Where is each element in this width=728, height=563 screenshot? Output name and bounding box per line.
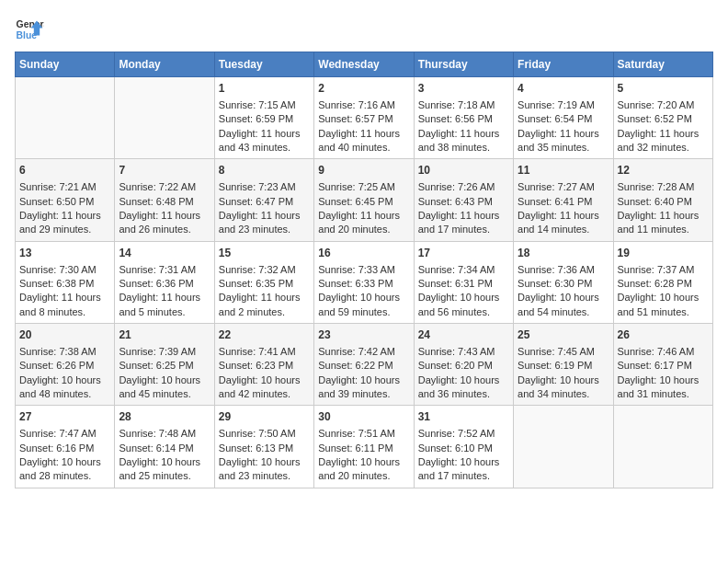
daylight-text: Daylight: 10 hours and 59 minutes. xyxy=(318,291,409,319)
col-header-sunday: Sunday xyxy=(16,52,115,77)
day-cell: 23Sunrise: 7:42 AMSunset: 6:22 PMDayligh… xyxy=(314,324,414,406)
week-row-5: 27Sunrise: 7:47 AMSunset: 6:16 PMDayligh… xyxy=(16,406,713,488)
sunrise-text: Sunrise: 7:45 AM xyxy=(518,345,609,359)
daylight-text: Daylight: 10 hours and 48 minutes. xyxy=(19,373,110,402)
day-number: 18 xyxy=(518,246,609,261)
day-number: 21 xyxy=(119,327,210,343)
day-number: 24 xyxy=(418,327,509,343)
sunset-text: Sunset: 6:48 PM xyxy=(119,195,210,209)
day-cell: 11Sunrise: 7:27 AMSunset: 6:41 PMDayligh… xyxy=(514,159,613,241)
sunset-text: Sunset: 6:47 PM xyxy=(219,195,310,209)
week-row-2: 6Sunrise: 7:21 AMSunset: 6:50 PMDaylight… xyxy=(16,159,713,241)
day-cell: 7Sunrise: 7:22 AMSunset: 6:48 PMDaylight… xyxy=(115,159,214,241)
day-number: 2 xyxy=(318,81,409,97)
daylight-text: Daylight: 10 hours and 23 minutes. xyxy=(219,455,310,484)
day-number: 23 xyxy=(318,327,409,343)
day-cell: 6Sunrise: 7:21 AMSunset: 6:50 PMDaylight… xyxy=(16,159,115,241)
daylight-text: Daylight: 10 hours and 28 minutes. xyxy=(19,455,110,484)
sunrise-text: Sunrise: 7:37 AM xyxy=(618,263,709,277)
sunrise-text: Sunrise: 7:34 AM xyxy=(418,263,509,277)
daylight-text: Daylight: 11 hours and 32 minutes. xyxy=(618,127,709,155)
week-row-1: 1Sunrise: 7:15 AMSunset: 6:59 PMDaylight… xyxy=(16,77,713,159)
daylight-text: Daylight: 10 hours and 34 minutes. xyxy=(518,373,609,402)
day-number: 31 xyxy=(418,409,509,425)
col-header-wednesday: Wednesday xyxy=(314,52,414,77)
day-cell: 20Sunrise: 7:38 AMSunset: 6:26 PMDayligh… xyxy=(16,324,115,406)
day-cell: 21Sunrise: 7:39 AMSunset: 6:25 PMDayligh… xyxy=(115,324,214,406)
sunrise-text: Sunrise: 7:39 AM xyxy=(119,345,210,359)
sunset-text: Sunset: 6:36 PM xyxy=(119,277,210,291)
col-header-thursday: Thursday xyxy=(414,52,513,77)
sunset-text: Sunset: 6:11 PM xyxy=(318,442,409,455)
day-cell: 9Sunrise: 7:25 AMSunset: 6:45 PMDaylight… xyxy=(314,159,414,241)
logo: General Blue xyxy=(15,15,44,44)
daylight-text: Daylight: 10 hours and 39 minutes. xyxy=(318,373,409,402)
day-cell: 24Sunrise: 7:43 AMSunset: 6:20 PMDayligh… xyxy=(414,324,513,406)
day-number: 13 xyxy=(19,246,110,261)
sunset-text: Sunset: 6:14 PM xyxy=(119,442,210,455)
daylight-text: Daylight: 11 hours and 14 minutes. xyxy=(518,209,609,237)
sunset-text: Sunset: 6:45 PM xyxy=(318,195,409,209)
col-header-friday: Friday xyxy=(514,52,613,77)
day-cell: 10Sunrise: 7:26 AMSunset: 6:43 PMDayligh… xyxy=(414,159,513,241)
day-number: 10 xyxy=(418,163,509,178)
day-number: 1 xyxy=(219,81,310,97)
sunrise-text: Sunrise: 7:52 AM xyxy=(418,427,509,441)
sunrise-text: Sunrise: 7:20 AM xyxy=(618,98,709,112)
sunrise-text: Sunrise: 7:31 AM xyxy=(119,263,210,277)
sunset-text: Sunset: 6:33 PM xyxy=(318,277,409,291)
sunset-text: Sunset: 6:41 PM xyxy=(518,195,609,209)
day-number: 5 xyxy=(618,81,709,97)
sunset-text: Sunset: 6:35 PM xyxy=(219,277,310,291)
sunrise-text: Sunrise: 7:26 AM xyxy=(418,180,509,194)
day-cell: 28Sunrise: 7:48 AMSunset: 6:14 PMDayligh… xyxy=(115,406,214,488)
sunrise-text: Sunrise: 7:15 AM xyxy=(219,98,310,112)
day-cell: 18Sunrise: 7:36 AMSunset: 6:30 PMDayligh… xyxy=(514,241,613,323)
daylight-text: Daylight: 10 hours and 25 minutes. xyxy=(119,455,210,484)
day-cell: 25Sunrise: 7:45 AMSunset: 6:19 PMDayligh… xyxy=(514,324,613,406)
sunset-text: Sunset: 6:10 PM xyxy=(418,442,509,455)
daylight-text: Daylight: 11 hours and 2 minutes. xyxy=(219,291,310,319)
daylight-text: Daylight: 11 hours and 17 minutes. xyxy=(418,209,509,237)
page-header: General Blue xyxy=(15,15,713,44)
day-number: 29 xyxy=(219,409,310,425)
sunrise-text: Sunrise: 7:50 AM xyxy=(219,427,310,441)
sunset-text: Sunset: 6:40 PM xyxy=(618,195,709,209)
day-cell: 29Sunrise: 7:50 AMSunset: 6:13 PMDayligh… xyxy=(214,406,313,488)
day-cell: 19Sunrise: 7:37 AMSunset: 6:28 PMDayligh… xyxy=(613,241,712,323)
sunset-text: Sunset: 6:56 PM xyxy=(418,112,509,126)
daylight-text: Daylight: 10 hours and 17 minutes. xyxy=(418,455,509,484)
sunset-text: Sunset: 6:22 PM xyxy=(318,359,409,373)
col-header-tuesday: Tuesday xyxy=(214,52,313,77)
daylight-text: Daylight: 11 hours and 11 minutes. xyxy=(618,209,709,237)
day-number: 28 xyxy=(119,409,210,425)
day-cell xyxy=(613,406,712,488)
sunset-text: Sunset: 6:16 PM xyxy=(19,442,110,455)
sunset-text: Sunset: 6:26 PM xyxy=(19,359,110,373)
sunrise-text: Sunrise: 7:30 AM xyxy=(19,263,110,277)
day-cell xyxy=(514,406,613,488)
sunset-text: Sunset: 6:20 PM xyxy=(418,359,509,373)
day-cell: 13Sunrise: 7:30 AMSunset: 6:38 PMDayligh… xyxy=(16,241,115,323)
daylight-text: Daylight: 11 hours and 43 minutes. xyxy=(219,127,310,155)
sunrise-text: Sunrise: 7:36 AM xyxy=(518,263,609,277)
sunrise-text: Sunrise: 7:42 AM xyxy=(318,345,409,359)
sunset-text: Sunset: 6:19 PM xyxy=(518,359,609,373)
daylight-text: Daylight: 11 hours and 26 minutes. xyxy=(119,209,210,237)
day-number: 25 xyxy=(518,327,609,343)
day-cell: 14Sunrise: 7:31 AMSunset: 6:36 PMDayligh… xyxy=(115,241,214,323)
day-number: 11 xyxy=(518,163,609,178)
day-number: 9 xyxy=(318,163,409,178)
day-cell: 4Sunrise: 7:19 AMSunset: 6:54 PMDaylight… xyxy=(514,77,613,159)
day-cell: 27Sunrise: 7:47 AMSunset: 6:16 PMDayligh… xyxy=(16,406,115,488)
sunrise-text: Sunrise: 7:25 AM xyxy=(318,180,409,194)
day-number: 8 xyxy=(219,163,310,178)
day-number: 26 xyxy=(618,327,709,343)
week-row-3: 13Sunrise: 7:30 AMSunset: 6:38 PMDayligh… xyxy=(16,241,713,323)
sunrise-text: Sunrise: 7:23 AM xyxy=(219,180,310,194)
day-cell: 15Sunrise: 7:32 AMSunset: 6:35 PMDayligh… xyxy=(214,241,313,323)
sunset-text: Sunset: 6:50 PM xyxy=(19,195,110,209)
day-cell: 31Sunrise: 7:52 AMSunset: 6:10 PMDayligh… xyxy=(414,406,513,488)
sunrise-text: Sunrise: 7:47 AM xyxy=(19,427,110,441)
week-row-4: 20Sunrise: 7:38 AMSunset: 6:26 PMDayligh… xyxy=(16,324,713,406)
